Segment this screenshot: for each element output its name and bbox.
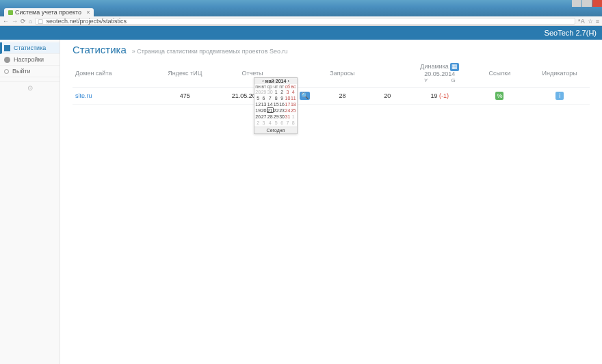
day-cell[interactable]: 19 <box>255 107 261 114</box>
forward-icon[interactable]: → <box>12 18 18 25</box>
sidebar-collapse-button[interactable]: ⊙ <box>0 81 60 92</box>
cell-dyn: 19 (-1) <box>410 87 470 104</box>
dow-cell: пт <box>279 84 285 89</box>
sidebar-item-label: Выйти <box>12 68 31 75</box>
day-cell[interactable]: 28 <box>267 114 274 120</box>
day-cell[interactable]: 11 <box>291 95 296 101</box>
dow-cell: сб <box>285 84 290 89</box>
cell-q1: 28 <box>320 87 365 104</box>
th-dyn-label: Динамика <box>420 63 448 70</box>
cell-tic: 475 <box>155 87 215 104</box>
app-root: SeoTech 2.7(H) Статистика Настройки Выйт… <box>0 26 602 364</box>
day-cell[interactable]: 1 <box>291 114 296 120</box>
day-cell[interactable]: 14 <box>267 101 274 107</box>
day-cell[interactable]: 25 <box>291 107 296 114</box>
breadcrumb: » Страница статистики продвигаемых проек… <box>132 48 288 55</box>
day-cell[interactable]: 16 <box>279 101 285 107</box>
sidebar-item-logout[interactable]: Выйти <box>0 66 60 77</box>
today-button[interactable]: Сегодня <box>254 127 297 133</box>
dyn-value: 19 <box>431 92 438 99</box>
day-cell[interactable]: 30 <box>279 114 285 120</box>
day-cell[interactable]: 6 <box>279 120 285 126</box>
th-queries: Запросы <box>320 60 365 87</box>
day-cell[interactable]: 18 <box>291 101 296 107</box>
datepicker-title: май 2014 <box>265 79 287 83</box>
menu-icon[interactable]: ≡ <box>596 18 599 25</box>
th-indicators: Индикаторы <box>529 60 590 87</box>
translate-icon[interactable]: ᵃA <box>578 18 585 25</box>
window-minimize-button[interactable] <box>572 0 581 7</box>
day-cell[interactable]: 4 <box>291 89 296 95</box>
cell-links: % <box>470 87 530 104</box>
dow-cell: чт <box>273 84 278 89</box>
datepicker-popover: ‹ май 2014 › пнвтсрчтптсбвс 282930123456… <box>254 77 298 134</box>
favicon-icon <box>8 10 13 15</box>
day-cell[interactable]: 2 <box>255 120 261 126</box>
th-domain: Домен сайта <box>73 60 155 87</box>
page-title: Статистика <box>73 44 127 55</box>
day-cell[interactable]: 20 <box>261 107 266 114</box>
browser-tab[interactable]: Система учета проекто × <box>4 8 94 16</box>
day-cell[interactable]: 29 <box>261 89 266 95</box>
day-cell[interactable]: 12 <box>255 101 261 107</box>
day-cell[interactable]: 1 <box>274 89 279 95</box>
url-input[interactable]: ▢ seotech.net/projects/statistics <box>35 18 575 25</box>
day-cell[interactable]: 10 <box>285 95 290 101</box>
day-cell[interactable]: 24 <box>285 107 290 114</box>
day-cell[interactable]: 30 <box>267 89 274 95</box>
close-tab-icon[interactable]: × <box>86 9 90 16</box>
window-close-button[interactable] <box>592 0 602 7</box>
th-tic: Яндекс тИЦ <box>155 60 215 87</box>
window-maximize-button[interactable] <box>582 0 592 7</box>
day-cell[interactable]: 22 <box>274 107 279 114</box>
th-dyn-y: Y <box>424 78 428 84</box>
day-cell[interactable]: 31 <box>285 114 290 120</box>
day-cell[interactable]: 2 <box>279 89 285 95</box>
day-cell[interactable]: 5 <box>274 120 279 126</box>
day-cell[interactable]: 7 <box>285 120 290 126</box>
sidebar-item-settings[interactable]: Настройки <box>0 54 60 66</box>
day-cell[interactable]: 26 <box>255 114 261 120</box>
link-icon[interactable]: % <box>495 92 503 100</box>
day-cell[interactable]: 4 <box>267 120 274 126</box>
dow-cell: пн <box>255 84 261 89</box>
info-icon[interactable]: i <box>555 92 564 100</box>
search-icon[interactable]: 🔍 <box>300 92 310 100</box>
sidebar-item-statistics[interactable]: Статистика <box>0 42 60 54</box>
day-cell[interactable]: 21 <box>267 107 274 113</box>
domain-link[interactable]: site.ru <box>75 92 92 99</box>
table-header-row: Домен сайта Яндекс тИЦ Отчеты Запросы Ди… <box>73 60 590 87</box>
home-icon[interactable]: ⌂ <box>29 18 32 25</box>
day-cell[interactable]: 17 <box>285 101 290 107</box>
th-queries2 <box>365 60 410 87</box>
day-cell[interactable]: 5 <box>255 95 261 101</box>
day-cell[interactable]: 27 <box>261 114 266 120</box>
day-cell[interactable]: 7 <box>267 95 274 101</box>
day-cell[interactable]: 8 <box>291 120 296 126</box>
day-cell[interactable]: 29 <box>274 114 279 120</box>
table-row: site.ru 475 21.05.2014 ▦ 🔍 28 20 19 <box>73 87 590 104</box>
dow-cell: вс <box>291 84 296 89</box>
day-cell[interactable]: 9 <box>279 95 285 101</box>
back-icon[interactable]: ← <box>3 18 9 25</box>
bookmark-icon[interactable]: ☆ <box>588 18 593 25</box>
reload-icon[interactable]: ⟳ <box>21 18 26 25</box>
day-cell[interactable]: 3 <box>261 120 266 126</box>
main-content: Статистика » Страница статистики продвиг… <box>60 40 602 364</box>
day-cell[interactable]: 23 <box>279 107 285 114</box>
day-cell[interactable]: 3 <box>285 89 290 95</box>
sidebar: Статистика Настройки Выйти ⊙ <box>0 40 60 364</box>
th-dyn-date: 20.05.2014 <box>413 71 467 78</box>
next-month-button[interactable]: › <box>286 79 290 83</box>
day-cell[interactable]: 13 <box>261 101 266 107</box>
dow-cell: ср <box>267 84 272 89</box>
day-cell[interactable]: 8 <box>274 95 279 101</box>
day-cell[interactable]: 15 <box>274 101 279 107</box>
day-cell[interactable]: 6 <box>261 95 266 101</box>
browser-tab-title: Система учета проекто <box>15 9 81 16</box>
th-dynamics: Динамика ▦ 20.05.2014 Y G <box>410 60 470 87</box>
sidebar-item-label: Настройки <box>14 56 44 63</box>
day-cell[interactable]: 28 <box>255 89 261 95</box>
th-links: Ссылки <box>470 60 530 87</box>
dow-cell: вт <box>261 84 267 89</box>
